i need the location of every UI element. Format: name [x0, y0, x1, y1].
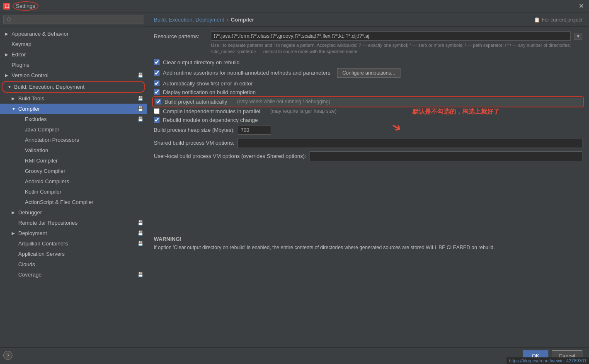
breadcrumb: Build, Execution, Deployment › Compiler … [147, 12, 589, 27]
sidebar-item-label: Excludes [25, 116, 136, 122]
sidebar-item-compiler[interactable]: ▼Compiler💾 [0, 104, 147, 114]
sidebar-item-app-servers[interactable]: Application Servers [0, 249, 147, 259]
sidebar-item-label: Debugger [18, 209, 143, 216]
checkbox-show-first-error[interactable] [154, 80, 160, 86]
resource-hint: Use ; to separate patterns and ! to nega… [211, 42, 582, 55]
sidebar-arrow-icon: ▶ [12, 231, 17, 235]
sidebar-item-kotlin-compiler[interactable]: Kotlin Compiler [0, 187, 147, 197]
option-label-rebuild-module: Rebuild module on dependency change [163, 117, 258, 123]
user-vm-row: User-local build process VM options (ove… [154, 151, 582, 161]
option-row-add-runtime: Add runtime assertions for notnull-annot… [154, 68, 582, 78]
warning-title: WARNING! [154, 236, 582, 242]
sidebar-item-arquillian[interactable]: Arquillian Containers💾 [0, 238, 147, 249]
save-indicator-icon: 💾 [138, 220, 143, 226]
sidebar-item-label: Appearance & Behavior [12, 31, 143, 37]
sidebar-item-coverage[interactable]: Coverage💾 [0, 269, 147, 280]
sidebar-item-clouds[interactable]: Clouds [0, 259, 147, 269]
option-note-compile-parallel: (may require larger heap size) [270, 108, 337, 114]
sidebar-item-label: Compiler [18, 106, 136, 112]
breadcrumb-parent[interactable]: Build, Execution, Deployment [154, 17, 224, 23]
sidebar-item-actionscript-flex[interactable]: ActionScript & Flex Compiler [0, 197, 147, 207]
option-note-build-auto: (only works while not running / debuggin… [237, 99, 330, 104]
sidebar-arrow-icon: ▶ [5, 52, 10, 57]
sidebar-item-android-compilers[interactable]: Android Compilers [0, 176, 147, 187]
sidebar-item-build-exec-deploy[interactable]: ▼Build, Execution, Deployment [2, 81, 145, 93]
option-label-compile-parallel: Compile independent modules in parallel [163, 108, 260, 114]
sidebar-item-label: Remote Jar Repositories [18, 220, 136, 226]
option-label-display-notification: Display notification on build completion [163, 89, 256, 95]
user-vm-input[interactable] [310, 151, 582, 161]
checkbox-rebuild-module[interactable] [154, 117, 160, 123]
resource-patterns-input[interactable] [211, 32, 571, 41]
sidebar-item-annotation-processors[interactable]: Annotation Processors [0, 135, 147, 145]
option-label-clear-output: Clear output directory on rebuild [163, 59, 240, 66]
checkboxes-container: Clear output directory on rebuildAdd run… [154, 59, 582, 123]
checkbox-clear-output[interactable] [154, 59, 160, 65]
sidebar-item-label: Build, Execution, Deployment [14, 84, 141, 90]
save-indicator-icon: 💾 [138, 73, 143, 78]
sidebar-item-label: Application Servers [18, 251, 143, 257]
option-row-compile-parallel: Compile independent modules in parallel(… [154, 108, 582, 114]
sidebar-item-validation[interactable]: Validation [0, 145, 147, 155]
footer: ? OK Cancel https://blog.csdn.net/weixin… [0, 347, 589, 364]
sidebar-item-build-tools[interactable]: ▶Build Tools💾 [0, 93, 147, 104]
shared-vm-row: Shared build process VM options: [154, 138, 582, 148]
footer-left: ? [3, 351, 12, 360]
sidebar-item-label: Groovy Compiler [25, 168, 143, 174]
configure-annotations-button[interactable]: Configure annotations... [337, 68, 400, 78]
resource-scroll-button[interactable]: ▼ [574, 33, 582, 40]
sidebar-item-label: Keymap [12, 41, 143, 47]
sidebar-arrow-icon: ▼ [7, 85, 12, 89]
option-row-display-notification: Display notification on build completion [154, 89, 582, 95]
main-panel-wrapper: Build, Execution, Deployment › Compiler … [147, 12, 589, 347]
sidebar-items: ▶Appearance & BehaviorKeymap▶EditorPlugi… [0, 27, 147, 347]
app-icon: IJ [3, 3, 10, 10]
sidebar-arrow-icon: ▶ [12, 210, 17, 215]
sidebar-item-label: Version Control [12, 72, 136, 78]
search-bar [0, 12, 147, 27]
checkbox-build-auto[interactable] [155, 99, 161, 104]
close-button[interactable]: ✕ [577, 2, 586, 10]
project-icon: 📋 [534, 17, 540, 23]
checkbox-add-runtime[interactable] [154, 70, 160, 76]
heap-size-row: Build process heap size (Mbytes): [154, 126, 582, 135]
sidebar-item-label: Coverage [18, 272, 136, 278]
sidebar-item-excludes[interactable]: Excludes💾 [0, 114, 147, 124]
sidebar-item-appearance[interactable]: ▶Appearance & Behavior [0, 29, 147, 39]
sidebar-item-keymap[interactable]: Keymap [0, 39, 147, 49]
sidebar-item-debugger[interactable]: ▶Debugger [0, 207, 147, 218]
option-row-rebuild-module: Rebuild module on dependency change [154, 117, 582, 123]
main-content: ▶Appearance & BehaviorKeymap▶EditorPlugi… [0, 12, 589, 347]
checkbox-compile-parallel[interactable] [154, 108, 160, 114]
sidebar-item-rmi-compiler[interactable]: RMI Compiler [0, 155, 147, 166]
sidebar-item-label: Plugins [12, 62, 143, 68]
sidebar-item-deployment[interactable]: ▶Deployment💾 [0, 228, 147, 238]
sidebar-item-editor[interactable]: ▶Editor [0, 49, 147, 60]
sidebar-item-groovy-compiler[interactable]: Groovy Compiler [0, 166, 147, 176]
shared-vm-label: Shared build process VM options: [154, 140, 234, 146]
checkbox-display-notification[interactable] [154, 89, 160, 95]
save-indicator-icon: 💾 [138, 106, 143, 112]
sidebar-item-remote-jar[interactable]: Remote Jar Repositories💾 [0, 218, 147, 228]
sidebar-item-label: Editor [12, 51, 143, 58]
heap-size-label: Build process heap size (Mbytes): [154, 127, 235, 133]
sidebar-item-label: Java Compiler [25, 126, 143, 133]
save-indicator-icon: 💾 [138, 96, 143, 101]
breadcrumb-current: Compiler [231, 17, 254, 23]
sidebar-arrow-icon: ▼ [12, 107, 17, 111]
sidebar-item-version-control[interactable]: ▶Version Control💾 [0, 70, 147, 80]
save-indicator-icon: 💾 [138, 231, 143, 236]
sidebar-item-label: Kotlin Compiler [25, 189, 143, 195]
title-text: Settings [12, 1, 39, 11]
sidebar-item-java-compiler[interactable]: Java Compiler [0, 124, 147, 135]
search-input[interactable] [3, 15, 143, 24]
sidebar-item-label: Build Tools [18, 95, 136, 102]
option-row-show-first-error: Automatically show first error in editor [154, 80, 582, 87]
sidebar: ▶Appearance & BehaviorKeymap▶EditorPlugi… [0, 12, 147, 347]
resource-patterns-label: Resource patterns: [154, 33, 208, 39]
help-button[interactable]: ? [3, 351, 12, 360]
warning-section: WARNING! If option 'Clear output directo… [154, 236, 582, 251]
heap-size-input[interactable] [238, 126, 271, 135]
sidebar-item-plugins[interactable]: Plugins [0, 60, 147, 70]
shared-vm-input[interactable] [238, 138, 582, 148]
